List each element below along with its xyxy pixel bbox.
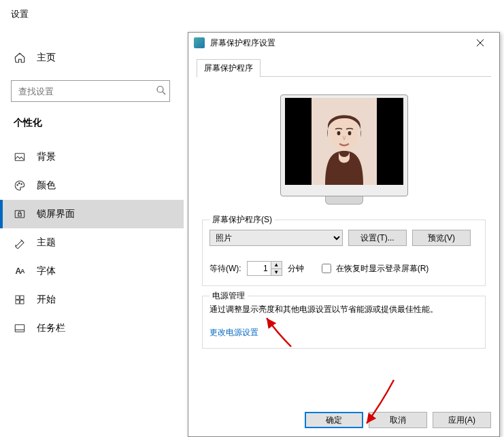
nav-item-colors[interactable]: 颜色 xyxy=(0,171,184,200)
svg-point-3 xyxy=(19,183,20,184)
start-icon xyxy=(14,294,26,306)
nav-label: 任务栏 xyxy=(37,322,65,334)
search-icon xyxy=(155,84,167,99)
image-icon xyxy=(14,151,26,163)
svg-rect-8 xyxy=(20,296,24,299)
dialog-app-icon xyxy=(194,37,205,48)
palette-icon xyxy=(14,179,26,192)
preview-photo xyxy=(312,98,377,185)
resume-label: 在恢复时显示登录屏幕(R) xyxy=(336,263,429,275)
tab-screensaver[interactable]: 屏幕保护程序 xyxy=(197,59,261,77)
group-screensaver: 屏幕保护程序(S) 照片 设置(T)... 预览(V) 等待(W): ▲ ▼ 分… xyxy=(202,220,486,286)
wait-label: 等待(W): xyxy=(209,263,241,275)
nav-label: 颜色 xyxy=(37,179,56,192)
settings-title: 设置 xyxy=(0,0,184,20)
preview-button[interactable]: 预览(V) xyxy=(412,230,471,246)
svg-rect-1 xyxy=(15,154,24,161)
preview-area xyxy=(197,77,491,210)
nav-label: 背景 xyxy=(37,151,56,163)
nav-home[interactable]: 主页 xyxy=(0,45,184,71)
resume-checkbox-label[interactable]: 在恢复时显示登录屏幕(R) xyxy=(319,262,429,275)
dialog-title: 屏幕保护程序设置 xyxy=(210,37,467,49)
spin-up[interactable]: ▲ xyxy=(271,262,282,269)
fonts-icon: AA xyxy=(14,265,26,277)
spin-down[interactable]: ▼ xyxy=(271,269,282,276)
lockscreen-icon xyxy=(14,208,26,220)
resume-checkbox[interactable] xyxy=(322,264,331,273)
svg-point-4 xyxy=(21,183,22,185)
power-link[interactable]: 更改电源设置 xyxy=(209,327,258,338)
home-icon xyxy=(14,52,26,64)
screensaver-dialog: 屏幕保护程序设置 屏幕保护程序 xyxy=(188,32,500,437)
svg-point-0 xyxy=(157,86,163,92)
cancel-button[interactable]: 取消 xyxy=(369,412,427,428)
power-title: 电源管理 xyxy=(209,290,248,302)
nav-item-start[interactable]: 开始 xyxy=(0,285,184,314)
nav-label: 开始 xyxy=(37,294,56,306)
section-label: 个性化 xyxy=(0,102,184,135)
wait-input[interactable] xyxy=(248,262,271,275)
svg-rect-11 xyxy=(15,325,24,332)
apply-button[interactable]: 应用(A) xyxy=(433,412,491,428)
screensaver-select[interactable]: 照片 xyxy=(209,230,343,246)
themes-icon xyxy=(14,237,26,249)
svg-rect-10 xyxy=(20,300,24,304)
svg-point-14 xyxy=(337,131,340,135)
nav-label: 字体 xyxy=(37,265,56,277)
settings-button[interactable]: 设置(T)... xyxy=(348,230,407,246)
taskbar-icon xyxy=(14,322,26,334)
svg-point-15 xyxy=(348,131,351,135)
monitor-preview xyxy=(280,94,408,196)
svg-rect-7 xyxy=(16,296,19,299)
nav-item-lockscreen[interactable]: 锁屏界面 xyxy=(0,200,184,228)
nav-item-background[interactable]: 背景 xyxy=(0,143,184,171)
settings-panel: 设置 主页 个性化 背景 颜色 锁屏界面 xyxy=(0,0,184,437)
nav-item-fonts[interactable]: AA 字体 xyxy=(0,257,184,285)
search-input[interactable] xyxy=(11,80,170,102)
svg-point-2 xyxy=(17,185,18,186)
close-button[interactable] xyxy=(467,33,494,52)
wait-unit: 分钟 xyxy=(288,263,304,275)
nav-item-taskbar[interactable]: 任务栏 xyxy=(0,314,184,343)
svg-rect-9 xyxy=(16,300,19,304)
power-desc: 通过调整显示亮度和其他电源设置以节省能源或提供最佳性能。 xyxy=(209,302,478,317)
group-power: 电源管理 通过调整显示亮度和其他电源设置以节省能源或提供最佳性能。 更改电源设置 xyxy=(202,296,486,349)
nav-home-label: 主页 xyxy=(37,52,56,64)
ok-button[interactable]: 确定 xyxy=(305,412,363,428)
nav-label: 锁屏界面 xyxy=(37,208,75,220)
group-title: 屏幕保护程序(S) xyxy=(209,214,275,226)
wait-spinbox[interactable]: ▲ ▼ xyxy=(247,261,282,276)
svg-rect-6 xyxy=(18,213,22,216)
nav-item-themes[interactable]: 主题 xyxy=(0,228,184,257)
nav-label: 主题 xyxy=(37,237,56,249)
dialog-titlebar: 屏幕保护程序设置 xyxy=(188,33,499,53)
